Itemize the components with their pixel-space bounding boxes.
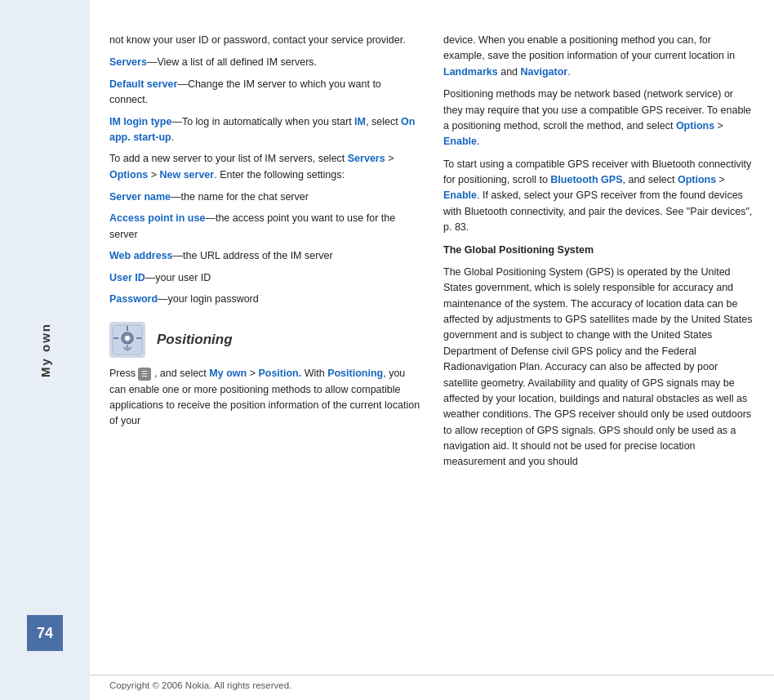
bluetooth-gps-link: Bluetooth GPS — [550, 174, 622, 185]
servers-label: Servers — [109, 56, 147, 68]
positioning-header: Positioning — [109, 322, 420, 358]
new-server-link: New server — [159, 169, 214, 181]
web-address-label: Web address — [109, 250, 173, 261]
password-item: Password—your login password — [109, 292, 420, 307]
sidebar: My own 74 — [0, 0, 90, 700]
gps-heading: The Global Positioning System — [443, 243, 754, 258]
svg-point-2 — [125, 336, 130, 341]
gps-svg — [112, 324, 143, 355]
positioning-title: Positioning — [157, 329, 233, 350]
options-link: Options — [109, 169, 148, 181]
intro-text: not know your user ID or password, conta… — [109, 33, 420, 48]
my-own-link: My own — [209, 368, 247, 379]
gps-body: The Global Positioning System (GPS) is o… — [443, 265, 754, 470]
enable-link2: Enable — [443, 189, 477, 201]
position-link: Position. — [258, 368, 301, 379]
right-column: device. When you enable a positioning me… — [443, 33, 754, 658]
right-para3: To start using a compatible GPS receiver… — [443, 157, 754, 236]
im-login-label: IM login type — [109, 116, 171, 127]
right-para1: device. When you enable a positioning me… — [443, 33, 754, 80]
positioning-link: Positioning — [327, 368, 383, 379]
server-name-item: Server name—the name for the chat server — [109, 189, 420, 205]
options-enable-link: Options — [676, 120, 714, 132]
new-server-text: To add a new server to your list of IM s… — [109, 151, 420, 183]
im-login-item: IM login type—To log in automatically wh… — [109, 114, 420, 146]
default-server-item: Default server—Change the IM server to w… — [109, 77, 420, 109]
im-link: IM — [354, 116, 366, 127]
menu-icon: ☰ — [138, 368, 151, 381]
navigator-link: Navigator — [521, 66, 568, 78]
password-label: Password — [109, 293, 158, 305]
sidebar-title: My own — [38, 323, 52, 377]
user-id-label: User ID — [109, 272, 145, 283]
server-name-label: Server name — [109, 191, 171, 203]
gps-heading-text: The Global Positioning System — [443, 244, 594, 256]
servers-item: Servers—View a list of all defined IM se… — [109, 55, 420, 70]
left-column: not know your user ID or password, conta… — [109, 33, 420, 658]
right-para2: Positioning methods may be network based… — [443, 87, 754, 150]
main-content: not know your user ID or password, conta… — [90, 0, 774, 700]
access-point-item: Access point in use—the access point you… — [109, 211, 420, 243]
footer: Copyright © 2006 Nokia. All rights reser… — [90, 675, 774, 700]
user-id-item: User ID—your user ID — [109, 270, 420, 286]
columns: not know your user ID or password, conta… — [90, 0, 774, 675]
press-text: Press ☰ , and select My own > Position. … — [109, 366, 420, 430]
sidebar-label-wrap: My own — [0, 0, 90, 700]
page-number: 74 — [27, 615, 63, 651]
copyright-text: Copyright © 2006 Nokia. All rights reser… — [109, 680, 291, 690]
enable-link: Enable — [443, 136, 477, 147]
options-link2: Options — [678, 174, 716, 185]
positioning-icon — [109, 322, 145, 358]
web-address-item: Web address—the URL address of the IM se… — [109, 248, 420, 264]
servers-link: Servers — [348, 153, 385, 164]
default-server-label: Default server — [109, 78, 177, 90]
access-point-label: Access point in use — [109, 212, 205, 224]
landmarks-link: Landmarks — [443, 66, 498, 78]
